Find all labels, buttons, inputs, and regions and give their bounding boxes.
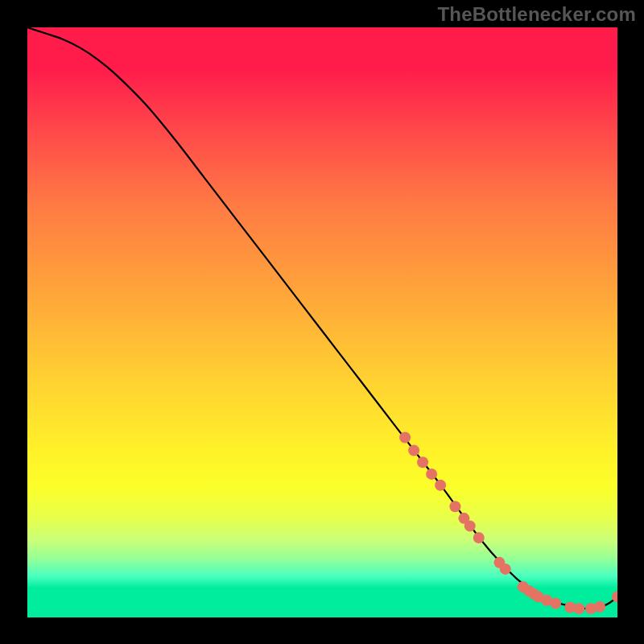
chart-container: TheBottlenecker.com — [0, 0, 644, 644]
plot-area — [27, 27, 617, 617]
markers-group — [399, 431, 617, 614]
data-marker — [399, 431, 411, 443]
data-marker — [464, 520, 476, 531]
data-marker — [573, 603, 584, 614]
data-marker — [594, 601, 605, 613]
data-marker — [408, 445, 419, 456]
data-marker — [550, 597, 561, 609]
data-marker — [473, 532, 485, 543]
data-marker — [435, 480, 446, 491]
data-marker — [500, 564, 511, 575]
curve-layer — [27, 27, 617, 617]
attribution-label: TheBottlenecker.com — [437, 3, 636, 26]
data-marker — [417, 456, 428, 468]
bottleneck-curve — [27, 27, 617, 609]
data-marker — [426, 469, 437, 480]
data-marker — [449, 501, 460, 512]
